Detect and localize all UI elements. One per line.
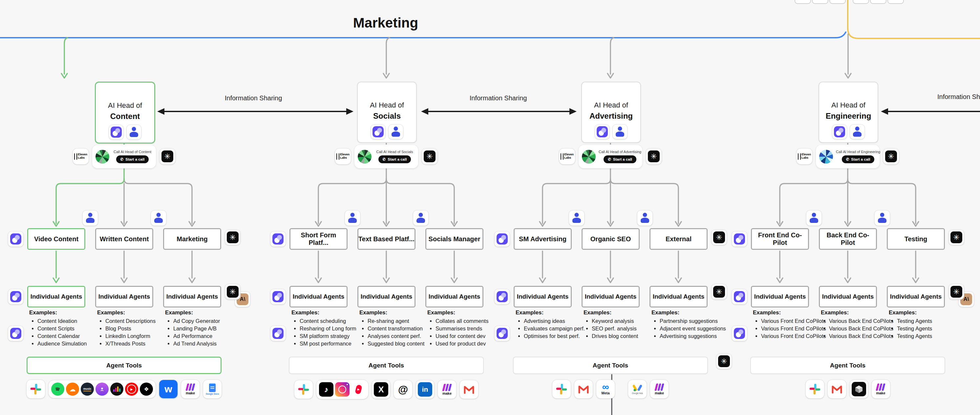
start-a-call-button[interactable]: ✆ Start a call xyxy=(842,155,875,163)
example-item: Various Back End CoPilots xyxy=(829,318,898,324)
lindy-badge xyxy=(832,124,847,139)
lindy-badge xyxy=(732,289,747,304)
agents-label: Individual Agents xyxy=(754,293,806,300)
voice-orb-icon xyxy=(819,150,833,163)
agents-label: Individual Agents xyxy=(822,293,874,300)
page-title: Marketing xyxy=(353,15,418,31)
cursor-icon xyxy=(852,382,866,396)
examples-title: Examples: xyxy=(753,309,830,316)
person-icon xyxy=(808,212,819,223)
start-a-call-label: Start a call xyxy=(851,157,870,161)
openai-icon: ✳ xyxy=(950,231,962,243)
slack-badge xyxy=(805,380,824,399)
example-item: Testing Agents xyxy=(897,318,966,324)
agents-node: Individual Agents xyxy=(819,286,877,307)
example-item: Various Front End CoPilots xyxy=(761,325,830,332)
examples-block: Examples: Various Back End CoPilots Vari… xyxy=(821,309,898,340)
call-widget: Call AI Head of Engineering ✆ Start a ca… xyxy=(816,145,880,168)
sub-node: Testing xyxy=(887,228,945,250)
human-badge xyxy=(806,210,822,226)
example-item: Various Back End CoPilots xyxy=(829,325,898,332)
lindy-icon xyxy=(734,328,745,339)
agents-node: Individual Agents xyxy=(887,286,945,307)
sub-node: Front End Co-Pilot xyxy=(751,228,809,250)
example-item: Testing Agents xyxy=(897,325,966,332)
examples-block: Examples: Testing Agents Testing Agents … xyxy=(889,309,966,340)
head-name: Engineering xyxy=(826,111,871,120)
gmail-icon xyxy=(831,385,843,394)
example-item: Various Front End CoPilots xyxy=(761,333,830,339)
elevenlabs-badge: ElevenLabs xyxy=(796,148,813,165)
examples-title: Examples: xyxy=(889,309,966,316)
person-icon xyxy=(877,212,888,223)
head-node-engineering: AI Head of Engineering xyxy=(819,82,878,143)
openai-icon: ✳ xyxy=(885,150,897,162)
lindy-icon xyxy=(734,233,745,244)
sub-node: Back End Co-Pilot xyxy=(819,228,877,250)
make-icon: make xyxy=(876,383,885,395)
org-chart-canvas: Marketing Information Sharing Informatio… xyxy=(0,0,980,415)
gmail-badge xyxy=(827,380,846,399)
column-engineering: AI Head of Engineering ElevenLabs Call A… xyxy=(0,0,980,415)
call-label: Call AI Head of Engineering xyxy=(836,150,880,154)
sub-label: Front End Co-Pilot xyxy=(752,231,808,247)
openai-icon: ✳ xyxy=(950,286,962,298)
openai-badge: ✳ xyxy=(883,148,899,165)
person-icon xyxy=(852,126,863,137)
human-badge xyxy=(874,210,890,226)
information-sharing-label: Information Sharing xyxy=(470,94,527,102)
agents-node: Individual Agents xyxy=(751,286,809,307)
head-prefix: AI Head of xyxy=(831,101,865,109)
example-item: Various Back End CoPilots xyxy=(829,333,898,339)
lindy-badge xyxy=(732,326,747,341)
openai-badge: ✳ xyxy=(948,230,964,245)
slack-icon xyxy=(808,383,821,396)
sub-label: Back End Co-Pilot xyxy=(820,231,876,247)
sub-label: Testing xyxy=(905,235,928,243)
cursor-badge xyxy=(850,380,869,399)
information-sharing-label: Information Sharing xyxy=(937,93,980,101)
information-sharing-label: Information Sharing xyxy=(225,94,282,102)
agent-tools-node: Agent Tools xyxy=(750,356,945,374)
openai-badge: ✳ xyxy=(948,284,964,299)
examples-title: Examples: xyxy=(821,309,898,316)
phone-icon: ✆ xyxy=(846,157,850,162)
agents-label: Individual Agents xyxy=(890,293,942,300)
examples-block: Examples: Various Front End CoPilots Var… xyxy=(753,309,830,340)
elevenlabs-icon: ElevenLabs xyxy=(798,153,811,160)
agent-tools-label: Agent Tools xyxy=(830,362,865,369)
lindy-badge xyxy=(732,231,747,247)
example-item: Testing Agents xyxy=(897,333,966,339)
agent-tools-icons: make xyxy=(750,380,945,399)
human-badge xyxy=(850,124,865,139)
make-badge: make xyxy=(871,380,890,399)
lindy-icon xyxy=(734,291,745,302)
lindy-icon xyxy=(834,126,845,137)
example-item: Various Front End CoPilots xyxy=(761,318,830,324)
